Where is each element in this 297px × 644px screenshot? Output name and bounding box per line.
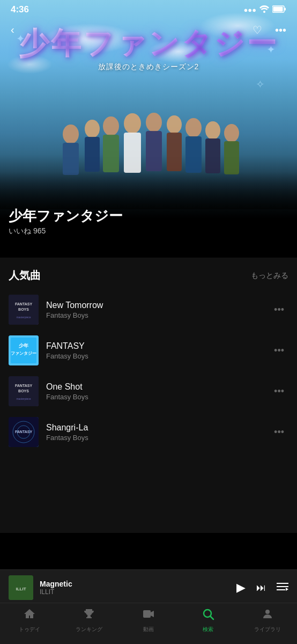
svg-rect-15 xyxy=(167,133,182,171)
svg-line-49 xyxy=(210,617,213,620)
svg-point-18 xyxy=(205,121,220,140)
tab-video[interactable]: 動画 xyxy=(132,608,165,633)
svg-point-6 xyxy=(85,120,100,138)
svg-rect-27 xyxy=(11,338,36,363)
home-icon xyxy=(23,608,36,624)
track-artist-4: Fantasy Boys xyxy=(46,434,262,442)
svg-text:ファンタジー: ファンタジー xyxy=(11,351,36,356)
svg-marker-47 xyxy=(151,611,154,617)
svg-point-16 xyxy=(185,118,202,137)
svg-rect-17 xyxy=(185,136,202,173)
queue-button[interactable] xyxy=(277,582,288,594)
status-icons: ●●● xyxy=(243,5,286,14)
svg-rect-19 xyxy=(205,138,220,173)
svg-text:FANTASY: FANTASY xyxy=(15,384,32,387)
track-info-1: New Tomorrow Fantasy Boys xyxy=(46,301,262,319)
svg-point-0 xyxy=(263,11,265,13)
svg-rect-3 xyxy=(273,6,283,11)
wifi-icon xyxy=(259,5,269,14)
tab-library[interactable]: ライブラリ xyxy=(251,608,284,633)
svg-rect-11 xyxy=(124,133,141,173)
more-button[interactable]: ••• xyxy=(273,22,288,39)
now-playing-controls: ▶ ⏭ xyxy=(236,581,288,595)
svg-text:masterpiece: masterpiece xyxy=(16,316,31,319)
svg-point-20 xyxy=(224,124,239,142)
track-item[interactable]: FANTASY BOYS masterpiece New Tomorrow Fa… xyxy=(0,289,297,330)
track-name-4: Shangri-La xyxy=(46,423,262,433)
track-more-button-1[interactable]: ••• xyxy=(270,300,288,320)
svg-rect-21 xyxy=(224,141,239,174)
content-section: 人気曲 もっとみる FANTASY BOYS masterpiece New T… xyxy=(0,258,297,533)
svg-text:BOYS: BOYS xyxy=(18,389,29,393)
play-button[interactable]: ▶ xyxy=(236,581,246,595)
heart-button[interactable]: ♡ xyxy=(250,21,264,39)
svg-text:FANTASY: FANTASY xyxy=(15,430,32,434)
section-title: 人気曲 xyxy=(9,268,41,283)
svg-text:FANTASY: FANTASY xyxy=(15,302,32,306)
svg-point-14 xyxy=(167,115,182,134)
video-icon xyxy=(142,608,155,624)
hero-background: ✦ ✦ ✧ 少年ファンタジー 放課後のときめきシーズン2 xyxy=(0,0,297,258)
hero-likes: いいね 965 xyxy=(9,226,123,236)
svg-rect-7 xyxy=(85,137,100,172)
track-item[interactable]: FANTASY BOYS masterpiece One Shot Fantas… xyxy=(0,371,297,412)
track-info-2: FANTASY Fantasy Boys xyxy=(46,341,262,360)
track-list: FANTASY BOYS masterpiece New Tomorrow Fa… xyxy=(0,289,297,452)
svg-rect-5 xyxy=(63,143,79,175)
track-item[interactable]: FANTASY Shangri-La Fantasy Boys ••• xyxy=(0,412,297,452)
svg-rect-45 xyxy=(86,617,92,618)
library-icon xyxy=(261,608,274,624)
track-item[interactable]: 少年 ファンタジー FANTASY Fantasy Boys ••• xyxy=(0,330,297,371)
track-name-1: New Tomorrow xyxy=(46,301,262,310)
hero-section: ✦ ✦ ✧ 少年ファンタジー 放課後のときめきシーズン2 xyxy=(0,0,297,258)
search-icon xyxy=(202,608,214,624)
svg-text:BOYS: BOYS xyxy=(18,308,29,311)
section-header: 人気曲 もっとみる xyxy=(0,258,297,289)
more-link[interactable]: もっとみる xyxy=(251,271,288,281)
track-artist-2: Fantasy Boys xyxy=(46,352,262,360)
status-time: 4:36 xyxy=(11,4,29,15)
svg-rect-9 xyxy=(103,135,119,172)
svg-point-4 xyxy=(63,125,79,144)
now-playing-bar[interactable]: ILLIT Magnetic ILLIT ▶ ⏭ xyxy=(0,569,297,605)
next-icon: ⏭ xyxy=(256,582,266,594)
svg-text:ILLIT: ILLIT xyxy=(16,587,26,591)
svg-marker-43 xyxy=(286,588,288,591)
now-playing-title: Magnetic xyxy=(40,580,230,588)
next-button[interactable]: ⏭ xyxy=(256,582,266,594)
svg-rect-13 xyxy=(146,131,162,171)
track-more-button-3[interactable]: ••• xyxy=(270,382,288,401)
svg-point-50 xyxy=(265,610,270,614)
track-thumb-4: FANTASY xyxy=(9,417,39,447)
svg-point-12 xyxy=(146,113,162,132)
tab-search[interactable]: 検索 xyxy=(192,608,224,633)
track-name-2: FANTASY xyxy=(46,341,262,351)
track-artist-3: Fantasy Boys xyxy=(46,393,262,401)
track-more-button-2[interactable]: ••• xyxy=(270,341,288,361)
play-icon: ▶ xyxy=(236,581,246,595)
svg-text:masterpiece: masterpiece xyxy=(16,397,31,400)
svg-point-8 xyxy=(103,116,119,136)
back-button[interactable]: ‹ xyxy=(9,21,17,38)
now-playing-artist: ILLIT xyxy=(40,588,230,596)
status-bar: 4:36 ●●● xyxy=(0,0,297,17)
svg-point-10 xyxy=(124,113,141,134)
trophy-icon xyxy=(83,608,95,624)
tab-bar: トゥデイ ランキング 動画 xyxy=(0,603,297,644)
signal-icon: ●●● xyxy=(243,6,256,14)
tab-ranking[interactable]: ランキング xyxy=(73,608,105,633)
tab-library-label: ライブラリ xyxy=(254,626,281,633)
hero-artist-name: 少年ファンタジー xyxy=(9,207,123,225)
track-more-button-4[interactable]: ••• xyxy=(270,422,288,442)
tab-video-label: 動画 xyxy=(143,626,154,633)
tab-today-label: トゥデイ xyxy=(19,626,40,633)
svg-rect-46 xyxy=(143,610,151,618)
hero-subtitle: 放課後のときめきシーズン2 xyxy=(0,62,297,72)
svg-rect-44 xyxy=(87,616,91,617)
svg-rect-2 xyxy=(285,8,286,10)
svg-text:少年: 少年 xyxy=(19,343,29,348)
hero-nav: ‹ xyxy=(9,21,17,38)
hero-actions: ♡ ••• xyxy=(250,21,288,39)
tab-today[interactable]: トゥデイ xyxy=(13,608,46,633)
track-thumb-1: FANTASY BOYS masterpiece xyxy=(9,295,39,325)
